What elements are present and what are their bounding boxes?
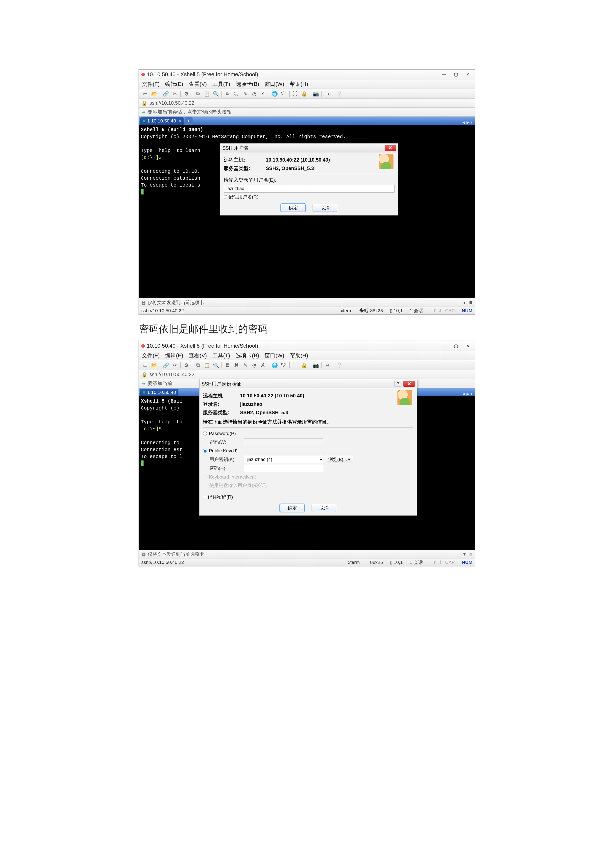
disconnect-icon[interactable]: ✂	[171, 90, 178, 97]
menu-view[interactable]: 查看(V)	[189, 352, 207, 359]
add-tab-button[interactable]: +	[185, 117, 192, 125]
dialog-close-button[interactable]: ✕	[403, 381, 415, 387]
cancel-button[interactable]: 取消	[313, 204, 337, 212]
open-icon[interactable]: 📂	[151, 362, 158, 369]
compose-icon[interactable]: ✎	[242, 362, 249, 369]
session-tab[interactable]: 1 10.10.50.40 ×	[140, 117, 184, 125]
ok-button[interactable]: 确定	[281, 204, 305, 212]
lock-icon[interactable]: 🔒	[301, 90, 308, 97]
dialog-help-button[interactable]: ?	[394, 381, 402, 387]
session-tab[interactable]: 1 10.10.50.40	[140, 389, 178, 396]
tab-close-icon[interactable]: ×	[178, 118, 181, 124]
add-arrow-icon[interactable]: ➜	[141, 109, 146, 115]
status-bar: ssh://10.10.50.40:22 xterm ⠀88x25 ▯ 10,1…	[139, 558, 475, 566]
remember-username-checkbox[interactable]: 记住用户名(R)	[224, 194, 394, 200]
dialog-close-button[interactable]: ✕	[385, 145, 396, 151]
connect-icon[interactable]: 🔗	[162, 90, 169, 97]
help-icon[interactable]: ❔	[336, 362, 343, 369]
fullscreen-icon[interactable]: ⛶	[292, 90, 299, 97]
quick-command-icon[interactable]: ⌘	[233, 362, 240, 369]
menu-tools[interactable]: 工具(T)	[212, 352, 230, 359]
logout-icon[interactable]: ↪	[324, 90, 331, 97]
send-icon[interactable]: ▦	[141, 300, 146, 305]
close-button[interactable]: ✕	[462, 71, 473, 78]
minimize-button[interactable]: —	[438, 343, 450, 349]
close-button[interactable]: ✕	[462, 343, 473, 349]
copy-icon[interactable]: ⧉	[194, 90, 202, 97]
status-size: ⠀88x25	[366, 560, 383, 565]
xftp-icon[interactable]: 🌐	[271, 362, 278, 369]
menu-edit[interactable]: 编辑(E)	[165, 81, 183, 88]
copy-icon[interactable]: ⧉	[194, 362, 202, 369]
new-session-icon[interactable]: ▭	[142, 362, 149, 369]
paste-icon[interactable]: 📋	[203, 362, 210, 369]
session-manager-icon[interactable]: 🖥	[224, 90, 231, 97]
menu-help[interactable]: 帮助(H)	[290, 352, 309, 359]
send-menu-icon[interactable]: ≡	[469, 551, 473, 558]
hint-text: 要添加当前会话，点击左侧的箭头按钮。	[147, 108, 237, 115]
auth-instruction: 请在下面选择恰当的身份验证方法并提供登录所需的信息。	[203, 418, 413, 425]
xagent-icon[interactable]: 🛡	[280, 90, 287, 97]
lock-small-icon: 🔒	[141, 100, 147, 106]
send-menu-icon[interactable]: ≡	[469, 299, 473, 306]
menu-tabs[interactable]: 选项卡(B)	[236, 352, 259, 359]
menu-tools[interactable]: 工具(T)	[212, 81, 230, 88]
paste-icon[interactable]: 📋	[203, 90, 210, 97]
screenshot-icon[interactable]: 📷	[312, 362, 319, 369]
color-icon[interactable]: ◔	[251, 90, 257, 97]
userkey-select[interactable]: jiazuzhao (4)	[244, 456, 323, 463]
send-dropdown-icon[interactable]: ▾	[463, 551, 466, 557]
menu-edit[interactable]: 编辑(E)	[165, 352, 183, 359]
menu-tabs[interactable]: 选项卡(B)	[236, 81, 259, 88]
font-icon[interactable]: A	[260, 362, 267, 369]
auth-password-radio[interactable]: Password(P)	[203, 430, 413, 437]
minimize-button[interactable]: —	[438, 71, 450, 78]
open-icon[interactable]: 📂	[151, 90, 158, 97]
terminal-area[interactable]: Xshell 5 (Buil Copyright (c) Type `help'…	[139, 397, 475, 550]
menu-file[interactable]: 文件(F)	[142, 81, 160, 88]
auth-publickey-radio[interactable]: Public Key(U)	[203, 447, 413, 454]
compose-icon[interactable]: ✎	[242, 90, 249, 97]
terminal-area[interactable]: Xshell 5 (Build 0964) Copyright (c) 2002…	[139, 125, 475, 298]
menu-file[interactable]: 文件(F)	[142, 352, 160, 359]
search-icon[interactable]: 🔍	[212, 90, 219, 97]
menu-view[interactable]: 查看(V)	[189, 81, 207, 88]
tab-pager[interactable]: ◀ ▶ ▾	[460, 391, 475, 396]
xagent-icon[interactable]: 🛡	[280, 362, 287, 369]
help-icon[interactable]: ❔	[336, 90, 343, 97]
disconnect-icon[interactable]: ✂	[171, 362, 178, 369]
menu-window[interactable]: 窗口(W)	[265, 81, 284, 88]
lock-icon[interactable]: 🔒	[301, 362, 308, 369]
new-session-icon[interactable]: ▭	[142, 90, 149, 97]
connect-icon[interactable]: 🔗	[162, 362, 169, 369]
search-icon[interactable]: 🔍	[212, 362, 219, 369]
session-manager-icon[interactable]: 🖥	[224, 362, 231, 369]
username-input[interactable]	[224, 185, 394, 192]
send-dropdown-icon[interactable]: ▾	[463, 300, 466, 305]
passphrase-input[interactable]	[244, 465, 323, 472]
menu-help[interactable]: 帮助(H)	[290, 81, 309, 88]
add-arrow-icon[interactable]: ➜	[141, 381, 146, 386]
send-icon[interactable]: ▦	[141, 551, 146, 557]
color-icon[interactable]: ◔	[251, 362, 257, 369]
screenshot-icon[interactable]: 📷	[312, 90, 319, 97]
address-text[interactable]: ssh://10.10.50.40:22	[149, 100, 194, 106]
cancel-button[interactable]: 取消	[312, 504, 336, 512]
maximize-button[interactable]: ▢	[450, 71, 462, 78]
window-title: 10.10.50.40 - Xshell 5 (Free for Home/Sc…	[147, 71, 438, 78]
menu-window[interactable]: 窗口(W)	[265, 352, 284, 359]
properties-icon[interactable]: ⚙	[183, 90, 190, 97]
quick-command-icon[interactable]: ⌘	[233, 90, 240, 97]
xftp-icon[interactable]: 🌐	[271, 90, 278, 97]
tab-pager[interactable]: ◀ ▶ ▾	[460, 120, 475, 125]
fullscreen-icon[interactable]: ⛶	[292, 362, 299, 369]
server-type-label: 服务器类型:	[224, 165, 266, 172]
browse-button[interactable]: 浏览(B)...▾	[326, 456, 353, 463]
ok-button[interactable]: 确定	[280, 504, 305, 512]
logout-icon[interactable]: ↪	[324, 362, 331, 369]
maximize-button[interactable]: ▢	[450, 343, 462, 349]
address-text[interactable]: ssh://10.10.50.40:22	[149, 372, 194, 377]
font-icon[interactable]: A	[260, 90, 267, 97]
remember-password-checkbox[interactable]: 记住密码(R)	[203, 494, 413, 501]
properties-icon[interactable]: ⚙	[183, 362, 190, 369]
